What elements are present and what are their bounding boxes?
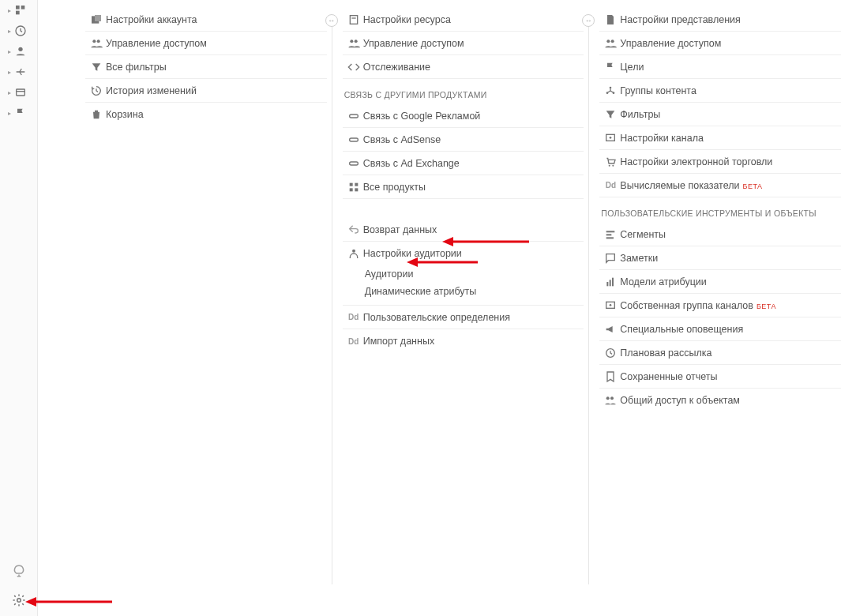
clock-icon: [14, 24, 27, 37]
filter-icon: [601, 108, 620, 121]
users-icon: [87, 37, 106, 50]
discover-icon[interactable]: [12, 564, 26, 580]
account-filters[interactable]: Все фильтры: [85, 55, 327, 79]
view-filters[interactable]: Фильтры: [599, 103, 841, 126]
label: Все продукты: [363, 182, 426, 193]
view-annotations[interactable]: Заметки: [599, 246, 841, 270]
filter-icon: [87, 61, 106, 73]
view-settings[interactable]: Настройки представления: [599, 8, 841, 32]
view-calculated-metrics[interactable]: Dd Вычисляемые показателиБЕТА: [599, 174, 841, 197]
rail-home[interactable]: ▸: [0, 0, 37, 21]
rail-realtime[interactable]: ▸: [0, 21, 37, 41]
data-import[interactable]: Dd Импорт данных: [343, 329, 584, 353]
property-users[interactable]: Управление доступом: [343, 32, 584, 55]
svg-rect-38: [612, 277, 614, 286]
link-adexchange[interactable]: Связь с Ad Exchange: [343, 152, 584, 175]
label: Импорт данных: [363, 336, 434, 347]
view-segments[interactable]: Сегменты: [599, 223, 841, 246]
caret-icon: ▸: [8, 28, 11, 35]
label: Управление доступом: [620, 38, 721, 49]
account-column: Настройки аккаунта Управление доступом В…: [85, 8, 327, 616]
label: Корзина: [106, 109, 144, 120]
custom-definitions[interactable]: Dd Пользовательские определения: [343, 306, 584, 329]
link-google-ads[interactable]: Связь с Google Рекламой: [343, 104, 584, 128]
label: Группы контента: [620, 85, 696, 96]
view-scheduled-emails[interactable]: Плановая рассылка: [599, 341, 841, 365]
svg-point-15: [354, 39, 357, 43]
svg-rect-0: [16, 6, 20, 9]
dd-icon: Dd: [601, 181, 620, 190]
account-settings[interactable]: Настройки аккаунта: [85, 8, 327, 32]
account-trash[interactable]: Корзина: [85, 103, 327, 126]
view-channel-settings[interactable]: Настройки канала: [599, 126, 841, 150]
svg-rect-22: [355, 188, 358, 191]
svg-point-40: [610, 304, 612, 306]
label: Вычисляемые показателиБЕТА: [620, 180, 762, 191]
label: Связь с Ad Exchange: [363, 158, 460, 169]
label: Сохраненные отчеты: [620, 371, 717, 382]
account-users[interactable]: Управление доступом: [85, 32, 327, 55]
admin-gear-icon[interactable]: [12, 593, 26, 610]
person-icon: [14, 45, 27, 58]
rail-conversions[interactable]: ▸: [0, 103, 37, 123]
caret-icon: ▸: [8, 7, 11, 14]
behavior-icon: [14, 86, 27, 99]
label: Возврат данных: [363, 224, 437, 235]
channel-icon: [601, 132, 620, 145]
account-settings-icon: [87, 13, 106, 26]
label: Настройки ресурса: [363, 14, 451, 25]
svg-rect-33: [606, 231, 615, 232]
share-icon: [601, 394, 620, 407]
view-saved-reports[interactable]: Сохраненные отчеты: [599, 365, 841, 389]
schedule-icon: [601, 347, 620, 359]
view-custom-channel[interactable]: Собственная группа каналовБЕТА: [599, 294, 841, 317]
tools-section-title: ПОЛЬЗОВАТЕЛЬСКИЕ ИНСТРУМЕНТЫ И ОБЪЕКТЫ: [599, 197, 841, 223]
view-goals[interactable]: Цели: [599, 55, 841, 79]
svg-rect-21: [349, 188, 352, 191]
label: Фильтры: [620, 109, 660, 120]
flag-icon: [14, 107, 27, 119]
label: Заметки: [620, 253, 658, 264]
view-share-assets[interactable]: Общий доступ к объектам: [599, 389, 841, 412]
view-users[interactable]: Управление доступом: [599, 32, 841, 55]
account-history[interactable]: История изменений: [85, 79, 327, 103]
link-all-products[interactable]: Все продукты: [343, 175, 584, 199]
column-collapse-toggle[interactable]: ↔: [582, 14, 595, 27]
svg-rect-37: [610, 280, 611, 286]
return-icon: [344, 223, 363, 236]
svg-point-26: [610, 86, 612, 88]
property-settings[interactable]: Настройки ресурса: [343, 8, 584, 32]
label: Собственная группа каналовБЕТА: [620, 300, 776, 311]
link-section-title: СВЯЗЬ С ДРУГИМИ ПРОДУКТАМИ: [343, 79, 584, 104]
svg-point-4: [18, 47, 22, 51]
svg-point-42: [606, 396, 610, 400]
audience-settings[interactable]: Настройки аудитории: [343, 242, 584, 265]
view-attribution[interactable]: Модели атрибуции: [599, 270, 841, 294]
svg-point-25: [611, 39, 614, 43]
rail-audience[interactable]: ▸: [0, 41, 37, 62]
property-tracking[interactable]: Отслеживание: [343, 55, 584, 79]
label: Пользовательские определения: [363, 312, 510, 323]
rail-behavior[interactable]: ▸: [0, 82, 37, 103]
view-custom-alerts[interactable]: Специальные оповещения: [599, 317, 841, 341]
dashboard-icon: [14, 4, 27, 17]
audience-dynamic-attrs[interactable]: Динамические атрибуты: [343, 283, 584, 300]
attribution-icon: [601, 276, 620, 288]
column-collapse-toggle[interactable]: ↔: [325, 14, 338, 27]
label: Настройки канала: [620, 133, 704, 144]
link-adsense[interactable]: Связь с AdSense: [343, 128, 584, 152]
label: Общий доступ к объектам: [620, 395, 740, 406]
svg-rect-5: [17, 89, 25, 96]
code-icon: [344, 61, 363, 73]
svg-rect-2: [16, 11, 20, 15]
audience-audiences[interactable]: Аудитории: [343, 265, 584, 283]
label: Сегменты: [620, 229, 666, 240]
label: Отслеживание: [363, 62, 430, 73]
svg-point-43: [610, 396, 614, 400]
view-content-groups[interactable]: Группы контента: [599, 79, 841, 103]
flag-icon: [601, 61, 620, 73]
caret-icon: ▸: [8, 89, 11, 96]
view-ecommerce[interactable]: Настройки электронной торговли: [599, 150, 841, 174]
data-return[interactable]: Возврат данных: [343, 218, 584, 242]
rail-acquisition[interactable]: ▸: [0, 62, 37, 82]
